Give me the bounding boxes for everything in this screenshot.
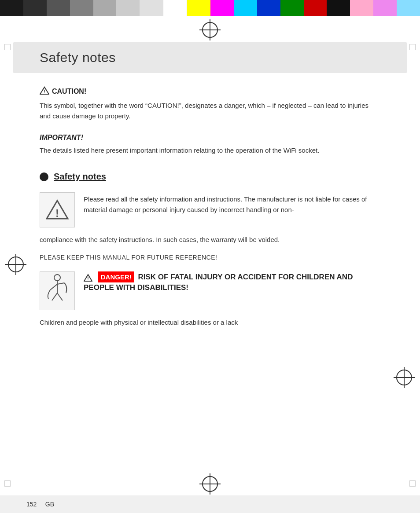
swatch-green [280,0,304,16]
warning-text-inline: Please read all the safety information a… [84,192,380,215]
color-bar [0,0,420,16]
bottom-crosshair-row [0,472,420,495]
svg-text:!: ! [44,89,45,94]
swatch-2 [23,0,47,16]
svg-line-7 [57,283,64,284]
top-crosshair-row [0,16,420,42]
safety-notes-section-heading: Safety notes [40,172,380,182]
swatch-8 [163,0,187,16]
danger-heading: ! DANGER! RISK OF FATAL INJURY OR ACCIDE… [84,271,380,293]
swatch-magenta [210,0,234,16]
caution-block: ! CAUTION! This symbol, together with th… [40,86,380,121]
page-number-value: 152 [26,501,37,508]
danger-badge: DANGER! [98,271,134,282]
caution-body: This symbol, together with the word “CAU… [40,100,380,121]
svg-line-9 [57,293,63,300]
swatch-cyan [234,0,257,16]
swatch-3 [47,0,70,16]
swatch-lightmagenta [373,0,397,16]
page-number: 152 GB [26,501,54,508]
important-body: The details listed here present importan… [40,145,380,156]
svg-line-6 [50,284,57,290]
caution-title: ! CAUTION! [40,86,380,97]
swatch-red [304,0,327,16]
danger-triangle-icon: ! [84,273,96,281]
page-title: Safety notes [40,50,380,65]
danger-block: ! DANGER! RISK OF FATAL INJURY OR ACCIDE… [40,271,380,310]
danger-title-block: ! DANGER! RISK OF FATAL INJURY OR ACCIDE… [84,271,380,296]
safety-notes-heading-text: Safety notes [54,172,106,182]
title-section: Safety notes [13,42,407,73]
swatch-black2 [327,0,350,16]
edge-mark-top-left [4,44,11,50]
important-title: IMPORTANT! [40,134,380,142]
swatch-yellow [187,0,210,16]
caution-heading-text: CAUTION! [52,88,86,95]
swatch-4 [70,0,93,16]
important-block: IMPORTANT! The details listed here prese… [40,134,380,156]
page-lang: GB [45,501,54,508]
swatch-lightcyan [397,0,420,16]
swatch-6 [116,0,140,16]
bottom-crosshair [202,476,218,492]
swatch-1 [0,0,23,16]
svg-text:!: ! [87,276,88,281]
top-crosshair [202,22,218,38]
left-crosshair [8,256,24,272]
swatch-blue [257,0,280,16]
caution-triangle-icon: ! [40,86,49,97]
svg-text:!: ! [55,207,59,219]
main-content: ! CAUTION! This symbol, together with th… [13,73,407,337]
danger-continuation: Children and people with physical or int… [40,317,380,328]
right-crosshair [396,370,412,385]
edge-mark-top-right [409,44,416,50]
swatch-5 [93,0,117,16]
warning-box: ! Please read all the safety information… [40,192,380,227]
svg-point-4 [54,275,60,281]
swatch-7 [140,0,163,16]
warning-triangle-icon: ! [46,198,69,221]
swatch-pink [350,0,373,16]
footer: 152 GB [0,495,420,513]
keep-manual-text: PLEASE KEEP THIS MANUAL FOR FUTURE REFER… [40,254,380,261]
svg-line-8 [52,293,57,300]
warning-continuation: compliance with the safety instructions.… [40,235,380,245]
bullet-icon [40,172,48,181]
danger-icon-box [40,271,75,310]
warning-icon-box: ! [40,192,75,227]
danger-figure-icon [42,273,72,308]
